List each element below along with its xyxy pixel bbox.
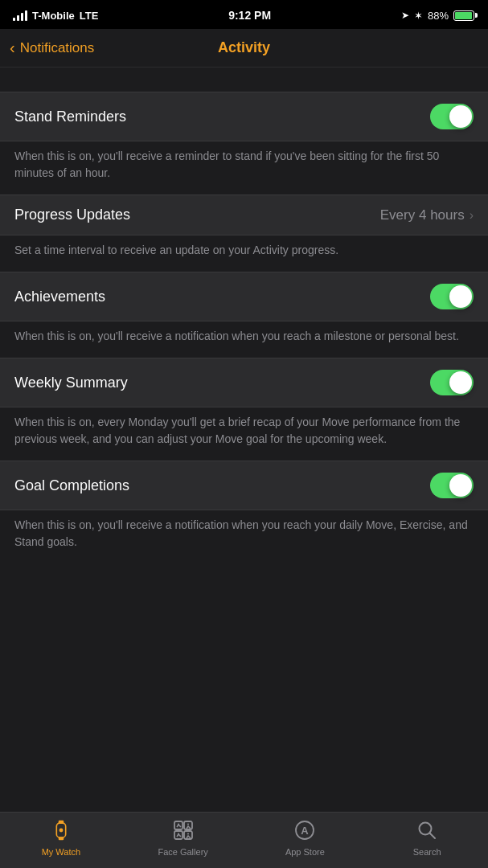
goal-completions-section: Goal Completions	[0, 461, 488, 510]
achievements-section: Achievements	[0, 272, 488, 321]
weekly-summary-description: When this is on, every Monday you'll get…	[0, 407, 488, 461]
stand-reminders-description: When this is on, you'll receive a remind…	[0, 141, 488, 194]
back-button[interactable]: ‹ Notifications	[10, 39, 94, 57]
signal-icon	[13, 10, 27, 21]
svg-rect-2	[59, 837, 64, 840]
back-label: Notifications	[20, 40, 95, 56]
achievements-description: When this is on, you'll receive a notifi…	[0, 321, 488, 358]
progress-updates-label: Progress Updates	[14, 207, 130, 223]
toggle-knob	[449, 285, 472, 308]
svg-point-11	[187, 833, 189, 834]
tab-my-watch[interactable]: My Watch	[0, 813, 122, 868]
tab-app-store[interactable]: A App Store	[244, 813, 367, 868]
svg-point-3	[59, 828, 63, 832]
status-right-icons: ➤ ✶ 88%	[401, 10, 475, 22]
progress-updates-section: Progress Updates Every 4 hours ›	[0, 194, 488, 235]
back-chevron-icon: ‹	[10, 39, 15, 57]
weekly-summary-section: Weekly Summary	[0, 358, 488, 407]
tab-my-watch-label: My Watch	[42, 847, 81, 857]
toggle-knob	[449, 474, 472, 497]
main-content: Stand Reminders When this is on, you'll …	[0, 68, 488, 812]
toggle-knob	[449, 371, 472, 394]
tab-face-gallery-label: Face Gallery	[158, 847, 207, 857]
page-title: Activity	[218, 39, 270, 56]
carrier-info: T-Mobile LTE	[13, 10, 98, 22]
weekly-summary-label: Weekly Summary	[14, 375, 128, 391]
goal-completions-toggle[interactable]	[430, 473, 474, 498]
my-watch-icon	[51, 820, 72, 844]
svg-rect-1	[59, 820, 64, 823]
svg-point-5	[178, 823, 179, 825]
tab-search-label: Search	[413, 847, 441, 857]
progress-updates-text: Every 4 hours	[380, 207, 465, 223]
achievements-label: Achievements	[14, 289, 105, 305]
goal-completions-description: When this is on, you'll receive a notifi…	[0, 510, 488, 563]
svg-text:A: A	[301, 825, 310, 837]
bluetooth-icon: ✶	[414, 10, 423, 22]
location-icon: ➤	[401, 10, 409, 21]
stand-reminders-section: Stand Reminders	[0, 92, 488, 141]
stand-reminders-row[interactable]: Stand Reminders	[0, 92, 488, 141]
svg-line-15	[430, 833, 436, 838]
svg-point-7	[187, 823, 189, 825]
tab-search[interactable]: Search	[366, 813, 488, 868]
tab-bar: My Watch Face Gallery	[0, 812, 488, 868]
achievements-row[interactable]: Achievements	[0, 272, 488, 321]
carrier-name: T-Mobile	[32, 10, 75, 22]
svg-point-9	[178, 833, 179, 834]
battery-percent: 88%	[428, 10, 449, 22]
stand-reminders-toggle[interactable]	[430, 104, 474, 129]
chevron-right-icon: ›	[470, 208, 474, 223]
stand-reminders-label: Stand Reminders	[14, 108, 126, 125]
weekly-summary-row[interactable]: Weekly Summary	[0, 358, 488, 407]
toggle-knob	[449, 105, 472, 128]
progress-updates-value: Every 4 hours ›	[380, 207, 474, 223]
progress-updates-row[interactable]: Progress Updates Every 4 hours ›	[0, 195, 488, 235]
achievements-toggle[interactable]	[430, 284, 474, 309]
tab-face-gallery[interactable]: Face Gallery	[122, 813, 244, 868]
face-gallery-icon	[173, 820, 194, 844]
battery-icon	[453, 10, 475, 21]
app-store-icon: A	[294, 820, 315, 844]
search-icon	[416, 820, 437, 844]
status-time: 9:12 PM	[228, 9, 271, 22]
goal-completions-label: Goal Completions	[14, 477, 129, 494]
nav-bar: ‹ Notifications Activity	[0, 29, 488, 68]
goal-completions-row[interactable]: Goal Completions	[0, 461, 488, 510]
tab-app-store-label: App Store	[285, 847, 325, 857]
network-type: LTE	[80, 10, 99, 22]
weekly-summary-toggle[interactable]	[430, 370, 474, 395]
status-bar: T-Mobile LTE 9:12 PM ➤ ✶ 88%	[0, 0, 488, 29]
progress-updates-description: Set a time interval to receive an update…	[0, 235, 488, 272]
